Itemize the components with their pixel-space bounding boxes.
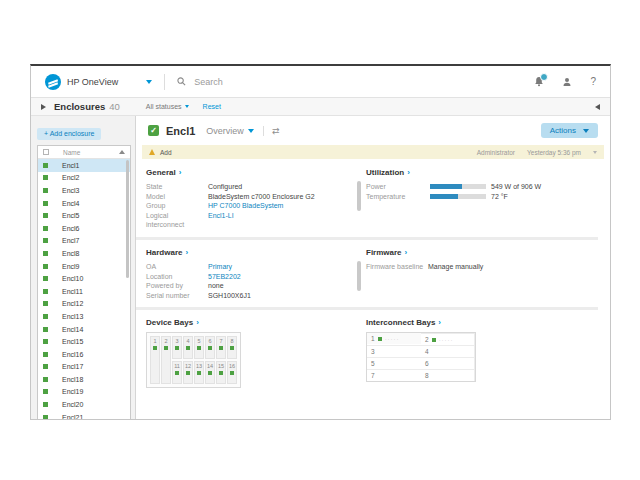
section-separator <box>136 237 598 240</box>
bay-number: 11 <box>174 363 180 369</box>
status-ok-icon <box>43 377 48 382</box>
status-filter-dropdown[interactable]: All statuses <box>146 103 189 110</box>
metric-value: 72 °F <box>491 193 508 200</box>
column-divider <box>352 318 366 388</box>
collapse-panel-icon[interactable] <box>595 104 600 110</box>
utilization-row: Temperature 72 °F <box>366 192 548 202</box>
device-bay: 4 <box>183 336 193 359</box>
list-item[interactable]: Encl10 <box>38 272 130 285</box>
list-item[interactable]: Encl13 <box>38 310 130 323</box>
list-item[interactable]: Encl20 <box>38 398 130 411</box>
bay-number: 4 <box>425 348 429 355</box>
overview-body: General State Configured Model <box>136 159 610 419</box>
field-label: Serial number <box>146 291 208 301</box>
interconnect-bay-cell: 6 <box>421 357 475 369</box>
utilization-row: Power 549 W of 906 W <box>366 182 548 192</box>
add-enclosure-button[interactable]: + Add enclosure <box>37 128 101 140</box>
device-bay: 6 <box>205 336 215 359</box>
list-item[interactable]: Encl4 <box>38 197 130 210</box>
search-input[interactable] <box>192 76 346 88</box>
task-banner: Add Administrator Yesterday 5:36 pm <box>142 145 604 159</box>
field-value[interactable]: Encl1-LI <box>208 211 234 230</box>
status-ok-icon <box>43 301 48 306</box>
field-row: Group HP C7000 BladeSystem <box>146 201 352 211</box>
view-selector[interactable]: Overview <box>206 126 254 136</box>
list-item[interactable]: Encl18 <box>38 373 130 386</box>
list-item[interactable]: Encl19 <box>38 386 130 399</box>
firmware-section-link[interactable]: Firmware <box>366 248 548 257</box>
device-bay: 3 <box>172 336 182 359</box>
list-item[interactable]: Encl15 <box>38 335 130 348</box>
device-bay: 13 <box>194 361 204 384</box>
enclosure-list: Encl1 Encl2 Encl3 <box>38 159 130 419</box>
search-box[interactable] <box>177 76 346 88</box>
interconnect-bay-cell: 7 <box>367 369 421 381</box>
general-section-link[interactable]: General <box>146 168 352 177</box>
status-ok-icon <box>43 415 48 419</box>
help-button[interactable]: ? <box>590 76 596 87</box>
metric-label: Temperature <box>366 193 430 200</box>
bay-number: 5 <box>197 338 200 344</box>
field-label: Logical interconnect <box>146 211 208 230</box>
field-value[interactable]: 57EB2202 <box>208 272 241 282</box>
name-column-header: Name <box>63 149 119 156</box>
list-item[interactable]: Encl12 <box>38 298 130 311</box>
list-item[interactable]: Encl17 <box>38 361 130 374</box>
activity-toggle-icon[interactable] <box>263 126 280 136</box>
interconnect-bays-section: Interconnect Bays 1 ····· <box>366 318 598 388</box>
list-item[interactable]: Encl6 <box>38 222 130 235</box>
status-ok-icon <box>43 188 48 193</box>
enclosure-name: Encl17 <box>62 363 83 370</box>
enclosure-name: Encl14 <box>62 326 83 333</box>
field-value[interactable]: Primary <box>208 262 232 272</box>
bay-number: 2 <box>164 338 167 344</box>
chevron-down-icon <box>248 129 254 133</box>
list-item[interactable]: Encl16 <box>38 348 130 361</box>
utilization-section-link[interactable]: Utilization <box>366 168 548 177</box>
top-half-bays: 3 4 <box>172 336 237 359</box>
device-bay: 2 <box>161 336 171 384</box>
device-bays-section-link[interactable]: Device Bays <box>146 318 352 327</box>
actions-button[interactable]: Actions <box>541 123 598 138</box>
hardware-section-link[interactable]: Hardware <box>146 248 352 257</box>
status-ok-icon <box>186 371 190 375</box>
chevron-down-icon[interactable] <box>593 151 597 154</box>
list-item[interactable]: Encl5 <box>38 209 130 222</box>
interconnect-bay-cell: 4 <box>421 345 475 357</box>
list-item[interactable]: Encl3 <box>38 184 130 197</box>
banner-meta: Administrator Yesterday 5:36 pm <box>477 149 597 156</box>
field-value[interactable]: HP C7000 BladeSystem <box>208 201 283 211</box>
list-item[interactable]: Encl14 <box>38 323 130 336</box>
status-ok-icon <box>153 346 157 350</box>
interconnect-bay-cell: 3 <box>367 345 421 357</box>
list-item[interactable]: Encl1 <box>38 159 130 172</box>
list-item[interactable]: Encl2 <box>38 172 130 185</box>
list-item[interactable]: Encl8 <box>38 247 130 260</box>
interconnect-bay-cell: 2 ····· <box>421 333 475 345</box>
resource-count: 40 <box>109 101 120 112</box>
task-user: Administrator <box>477 149 515 156</box>
enclosure-name: Encl8 <box>62 250 80 257</box>
list-item[interactable]: Encl9 <box>38 260 130 273</box>
notifications-button[interactable] <box>534 76 544 87</box>
reset-filter-link[interactable]: Reset <box>203 103 221 110</box>
bay-number: 13 <box>196 363 202 369</box>
enclosure-name: Encl2 <box>62 174 80 181</box>
user-button[interactable] <box>562 77 572 87</box>
enclosure-name: Encl10 <box>62 275 83 282</box>
field-row: Model BladeSystem c7000 Enclosure G2 <box>146 192 352 202</box>
list-header[interactable]: Name <box>38 146 130 159</box>
list-item[interactable]: Encl11 <box>38 285 130 298</box>
interconnect-bays-section-link[interactable]: Interconnect Bays <box>366 318 548 327</box>
field-row: Serial number SGH100X6J1 <box>146 291 352 301</box>
task-link[interactable]: Add <box>160 149 172 156</box>
brand-menu[interactable]: HP OneView <box>45 74 152 90</box>
scrollbar-thumb[interactable] <box>126 160 129 278</box>
list-item[interactable]: Encl7 <box>38 235 130 248</box>
enclosure-name: Encl18 <box>62 376 83 383</box>
status-ok-icon <box>197 346 201 350</box>
list-item[interactable]: Encl21 <box>38 411 130 419</box>
field-row: Location 57EB2202 <box>146 272 352 282</box>
expand-menu-icon[interactable] <box>41 104 46 110</box>
device-bays-section: Device Bays 1 <box>146 318 352 388</box>
